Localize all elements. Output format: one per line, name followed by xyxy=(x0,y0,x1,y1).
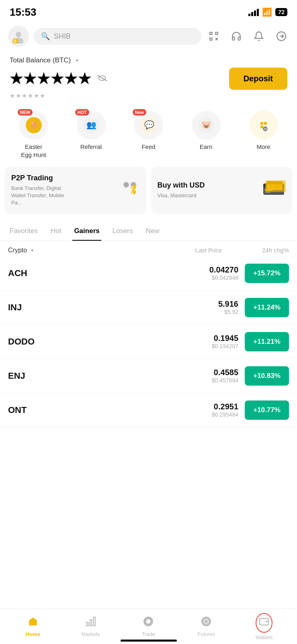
crypto-prices-enj: 0.4585 $0.457694 xyxy=(48,368,238,384)
balance-row: ★★★★★★ Deposit xyxy=(10,68,287,90)
tab-hot[interactable]: Hot xyxy=(49,224,63,241)
crypto-name-inj: INJ xyxy=(8,302,48,313)
svg-text:💬: 💬 xyxy=(144,120,154,130)
inj-usd-price: $5.92 xyxy=(48,309,238,315)
svg-rect-22 xyxy=(260,126,263,128)
svg-point-46 xyxy=(146,619,151,623)
dodo-change: +11.21% xyxy=(245,332,289,351)
nav-trade[interactable]: Trade xyxy=(120,616,178,637)
crypto-name-dodo: DODO xyxy=(8,336,48,347)
ont-last-price: 0.2951 xyxy=(48,402,238,411)
crypto-row-inj[interactable]: INJ 5.916 $5.92 +11.24% xyxy=(0,291,297,325)
header: B 🔍 SHIB xyxy=(0,23,297,50)
tab-new[interactable]: New xyxy=(144,224,161,241)
easter-badge: NEW xyxy=(18,109,33,116)
svg-rect-20 xyxy=(260,122,263,125)
feed-label: Feed xyxy=(141,143,155,151)
nav-wallets[interactable]: Wallets xyxy=(235,613,293,640)
p2p-trading-card[interactable]: P2P Trading Bank Transfer, Digital Walle… xyxy=(5,167,146,214)
inj-last-price: 5.916 xyxy=(48,299,238,309)
enj-usd-price: $0.457694 xyxy=(48,377,238,384)
p2p-title: P2P Trading xyxy=(11,174,68,182)
svg-text:🐷: 🐷 xyxy=(201,120,211,130)
crypto-filter[interactable]: Crypto xyxy=(8,247,35,254)
svg-text:$: $ xyxy=(131,186,134,190)
feed-badge: New xyxy=(133,109,147,116)
svg-rect-4 xyxy=(210,32,212,34)
svg-text:👥: 👥 xyxy=(86,120,96,130)
wallets-nav-icon xyxy=(259,617,269,629)
svg-point-0 xyxy=(16,32,21,37)
crypto-prices-ach: 0.04270 $0.042848 xyxy=(48,265,238,281)
avatar[interactable]: B xyxy=(8,26,29,47)
nav-markets[interactable]: Markets xyxy=(62,616,120,637)
more-icon-wrap: ✏ xyxy=(249,111,278,140)
headset-icon[interactable] xyxy=(229,29,244,44)
crypto-row-enj[interactable]: ENJ 0.4585 $0.457694 +10.83% xyxy=(0,359,297,393)
wallets-ring xyxy=(256,613,272,633)
crypto-row-ont[interactable]: ONT 0.2951 $0.295484 +10.77% xyxy=(0,393,297,427)
dodo-usd-price: $0.194207 xyxy=(48,343,238,349)
card-payment-icon xyxy=(263,180,286,200)
quick-action-earn[interactable]: 🐷 Earn xyxy=(177,111,235,159)
svg-text:$: $ xyxy=(131,190,134,195)
crypto-row-ach[interactable]: ACH 0.04270 $0.042848 +15.72% xyxy=(0,256,297,291)
earn-icon-wrap: 🐷 xyxy=(192,111,221,140)
enj-last-price: 0.4585 xyxy=(48,368,238,377)
crypto-table-header: Crypto Last Price 24h chg% xyxy=(0,241,297,256)
trade-nav-icon xyxy=(143,616,154,630)
svg-point-27 xyxy=(124,182,129,187)
svg-rect-43 xyxy=(90,619,92,625)
svg-point-51 xyxy=(266,621,267,621)
svg-rect-6 xyxy=(210,38,212,40)
svg-rect-5 xyxy=(215,32,217,34)
scan-icon[interactable] xyxy=(206,29,221,44)
search-icon: 🔍 xyxy=(41,32,50,41)
status-bar: 15:53 📶 72 xyxy=(0,0,297,23)
balance-label[interactable]: Total Balance (BTC) xyxy=(10,56,287,64)
futures-nav-icon xyxy=(201,616,211,630)
hide-balance-icon[interactable] xyxy=(96,74,108,84)
quick-action-easter[interactable]: NEW 🥚 EasterEgg Hunt xyxy=(5,111,62,159)
search-input[interactable]: SHIB xyxy=(54,32,71,41)
svg-rect-21 xyxy=(264,122,267,125)
buy-usd-title: Buy with USD xyxy=(158,181,205,190)
dodo-last-price: 0.1945 xyxy=(48,334,238,343)
last-price-header: Last Price xyxy=(195,247,222,254)
crypto-name-ach: ACH xyxy=(8,268,48,279)
deposit-button[interactable]: Deposit xyxy=(229,68,287,90)
nav-home[interactable]: Home xyxy=(4,616,62,637)
signal-bars-icon xyxy=(248,8,259,16)
markets-nav-label: Markets xyxy=(82,631,100,637)
crypto-row-dodo[interactable]: DODO 0.1945 $0.194207 +11.21% xyxy=(0,325,297,359)
home-indicator xyxy=(121,640,177,642)
battery-icon: 72 xyxy=(275,8,287,16)
wallets-nav-label: Wallets xyxy=(256,634,272,640)
tab-gainers[interactable]: Gainers xyxy=(72,224,101,241)
balance-amount: ★★★★★★ xyxy=(10,70,108,87)
feed-icon-wrap: New 💬 xyxy=(134,111,163,140)
nav-futures[interactable]: Futures xyxy=(177,616,235,637)
quick-action-more[interactable]: ✏ More xyxy=(235,111,292,159)
search-bar[interactable]: 🔍 SHIB xyxy=(34,28,201,45)
bell-icon[interactable] xyxy=(251,29,266,44)
quick-action-referral[interactable]: HOT 👥 Referral xyxy=(62,111,120,159)
crypto-prices-inj: 5.916 $5.92 xyxy=(48,299,238,315)
svg-rect-44 xyxy=(93,617,95,626)
tab-losers[interactable]: Losers xyxy=(111,224,135,241)
svg-point-49 xyxy=(205,620,208,623)
transfer-icon[interactable] xyxy=(274,29,289,44)
quick-action-feed[interactable]: New 💬 Feed xyxy=(120,111,177,159)
svg-rect-42 xyxy=(86,622,88,626)
buy-usd-card[interactable]: Buy with USD Visa, Mastercard xyxy=(151,167,293,214)
futures-nav-label: Futures xyxy=(197,631,215,637)
bottom-nav: Home Markets Trade Futures xyxy=(0,609,297,644)
p2p-icon: $ $ xyxy=(120,178,140,202)
markets-nav-icon xyxy=(86,616,96,630)
trade-nav-label: Trade xyxy=(142,631,155,637)
ont-usd-price: $0.295484 xyxy=(48,411,238,418)
referral-badge: HOT xyxy=(75,109,89,116)
ach-change: +15.72% xyxy=(245,264,289,283)
tab-favorites[interactable]: Favorites xyxy=(8,224,39,241)
market-tabs: Favorites Hot Gainers Losers New xyxy=(0,219,297,241)
